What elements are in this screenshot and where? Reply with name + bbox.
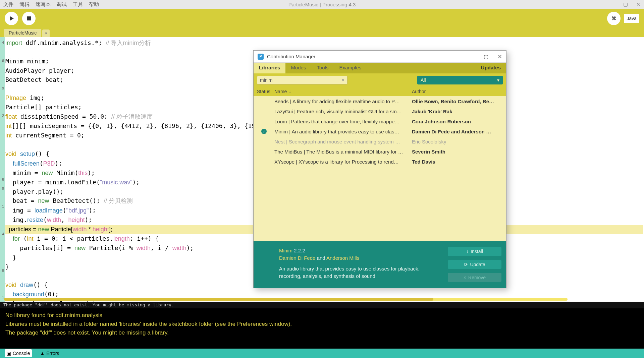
tab-modes[interactable]: Modes bbox=[285, 63, 311, 73]
header-author[interactable]: Author bbox=[412, 89, 506, 94]
close-icon[interactable]: ✕ bbox=[636, 1, 641, 7]
remove-button[interactable]: ×Remove bbox=[448, 273, 501, 282]
library-row[interactable]: ✓Minim | An audio library that provides … bbox=[254, 126, 506, 136]
processing-icon: P bbox=[258, 54, 264, 60]
console-tabs: ▣Console ▲Errors bbox=[0, 349, 644, 358]
tab-tools[interactable]: Tools bbox=[311, 63, 334, 73]
error-bar: The package "ddf" does not exist. You mi… bbox=[0, 302, 644, 308]
library-list[interactable]: Beads | A library for adding flexible re… bbox=[254, 96, 506, 241]
install-button[interactable]: ↓Install bbox=[448, 247, 501, 256]
search-input[interactable]: minim × bbox=[257, 76, 347, 84]
tab-examples[interactable]: Examples bbox=[334, 63, 367, 73]
dialog-minimize-icon[interactable]: — bbox=[469, 54, 474, 60]
chevron-down-icon: ▾ bbox=[497, 77, 499, 83]
library-author: Cora Johnson-Roberson bbox=[412, 119, 506, 124]
console-line: The package "ddf" does not exist. You mi… bbox=[5, 328, 639, 337]
console-line: Libraries must be installed in a folder … bbox=[5, 320, 639, 328]
dialog-filter-bar: minim × All ▾ bbox=[254, 73, 506, 87]
console-output: No library found for ddf.minim.analysis … bbox=[0, 308, 644, 349]
debug-button[interactable]: ⌘ bbox=[607, 12, 621, 25]
run-button[interactable] bbox=[5, 12, 18, 25]
installed-icon: ✓ bbox=[261, 129, 267, 134]
tab-errors[interactable]: ▲Errors bbox=[38, 349, 61, 357]
menu-file[interactable]: 文件 bbox=[3, 1, 13, 8]
title-bar: 文件 编辑 速写本 调试 工具 帮助 ParticleMusic | Proce… bbox=[0, 0, 644, 9]
library-name: The MidiBus | The MidiBus is a minimal M… bbox=[274, 149, 412, 155]
gutter: 4692891481 bbox=[0, 37, 5, 302]
menu-help[interactable]: 帮助 bbox=[89, 1, 99, 8]
dialog-close-icon[interactable]: ✕ bbox=[498, 54, 502, 60]
sort-down-icon: ↓ bbox=[289, 89, 291, 94]
library-author: Severin Smith bbox=[412, 149, 506, 155]
library-name: Nest | Scenegraph and mouse event handli… bbox=[274, 139, 412, 144]
tab-console[interactable]: ▣Console bbox=[5, 349, 32, 357]
mode-selector[interactable]: Java bbox=[624, 14, 639, 23]
svg-marker-0 bbox=[10, 16, 14, 21]
library-author: Jakub 'Krab' Rak bbox=[412, 109, 506, 114]
library-author: Eric Socolofsky bbox=[412, 139, 506, 144]
category-filter[interactable]: All ▾ bbox=[417, 76, 503, 84]
sketch-tab[interactable]: ParticleMusic bbox=[4, 29, 41, 37]
library-author: Damien Di Fede and Anderson … bbox=[412, 129, 506, 134]
library-name: Loom | Patterns that change over time, f… bbox=[274, 119, 412, 124]
detail-author-link[interactable]: Damien Di Fede bbox=[279, 255, 315, 261]
menu-sketch[interactable]: 速写本 bbox=[36, 1, 51, 8]
app-title: ParticleMusic | Processing 4.3 bbox=[288, 2, 356, 7]
library-author: Ollie Bown, Benito Crawford, Be… bbox=[412, 99, 506, 104]
detail-author-link[interactable]: Anderson Mills bbox=[326, 255, 359, 261]
minimize-icon[interactable]: — bbox=[610, 1, 615, 7]
library-row[interactable]: The MidiBus | The MidiBus is a minimal M… bbox=[254, 146, 506, 157]
clear-search-icon[interactable]: × bbox=[342, 77, 344, 83]
library-name: Minim | An audio library that provides e… bbox=[274, 129, 412, 134]
library-row[interactable]: LazyGui | Feature rich, visually minimal… bbox=[254, 106, 506, 116]
library-name: Beads | A library for adding flexible re… bbox=[274, 99, 412, 104]
svg-rect-1 bbox=[27, 16, 31, 20]
toolbar: ⌘ Java bbox=[0, 9, 644, 28]
header-status[interactable]: Status bbox=[254, 89, 274, 94]
menu-edit[interactable]: 编辑 bbox=[19, 1, 30, 8]
console-icon: ▣ bbox=[7, 351, 11, 356]
console-line: No library found for ddf.minim.analysis bbox=[5, 311, 639, 320]
maximize-icon[interactable]: ▢ bbox=[623, 1, 628, 7]
library-author: Ted Davis bbox=[412, 159, 506, 165]
header-name[interactable]: Name↓ bbox=[274, 89, 412, 94]
library-row[interactable]: XYscope | XYscope is a library for Proce… bbox=[254, 157, 506, 167]
library-name: XYscope | XYscope is a library for Proce… bbox=[274, 159, 412, 165]
dialog-tabs: Libraries Modes Tools Examples Updates bbox=[254, 63, 506, 73]
detail-version: 2.2.2 bbox=[294, 248, 305, 253]
dialog-titlebar: P Contribution Manager — ▢ ✕ bbox=[254, 51, 506, 63]
contribution-manager-dialog: P Contribution Manager — ▢ ✕ Libraries M… bbox=[253, 50, 506, 288]
library-name: LazyGui | Feature rich, visually minimal… bbox=[274, 109, 412, 114]
library-row[interactable]: Loom | Patterns that change over time, f… bbox=[254, 116, 506, 126]
list-header: Status Name↓ Author bbox=[254, 87, 506, 96]
warning-icon: ▲ bbox=[40, 351, 45, 356]
detail-panel: Minim 2.2.2 Damien Di Fede and Anderson … bbox=[254, 241, 506, 288]
dialog-maximize-icon[interactable]: ▢ bbox=[484, 54, 488, 60]
detail-lib-name: Minim bbox=[279, 248, 292, 253]
tab-updates[interactable]: Updates bbox=[476, 63, 506, 73]
menu-debug[interactable]: 调试 bbox=[57, 1, 67, 8]
detail-description: An audio library that provides easy to u… bbox=[279, 265, 443, 280]
tab-menu-button[interactable]: ▼ bbox=[42, 29, 50, 37]
remove-icon: × bbox=[464, 275, 466, 280]
tab-libraries[interactable]: Libraries bbox=[254, 63, 285, 73]
stop-button[interactable] bbox=[22, 12, 36, 25]
library-row[interactable]: Beads | A library for adding flexible re… bbox=[254, 96, 506, 106]
update-button[interactable]: ⟳Update bbox=[448, 260, 501, 269]
tab-bar: ParticleMusic ▼ bbox=[0, 28, 644, 37]
refresh-icon: ⟳ bbox=[464, 262, 468, 267]
menu-tools[interactable]: 工具 bbox=[73, 1, 83, 8]
library-icon bbox=[258, 247, 274, 263]
download-icon: ↓ bbox=[466, 249, 469, 254]
dialog-title: Contribution Manager bbox=[267, 54, 315, 59]
library-row[interactable]: Nest | Scenegraph and mouse event handli… bbox=[254, 136, 506, 146]
